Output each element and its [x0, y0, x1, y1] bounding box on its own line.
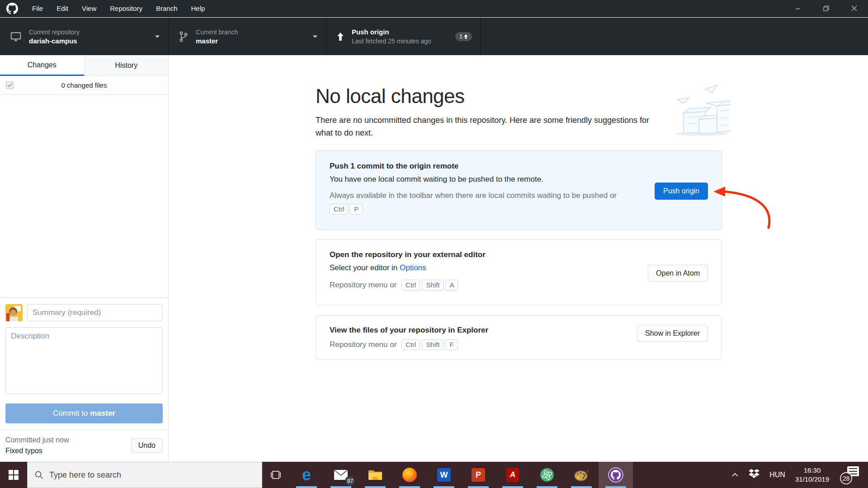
github-logo-icon: [6, 3, 18, 14]
menu-help[interactable]: Help: [184, 0, 212, 17]
editor-card-title: Open the repository in your external edi…: [330, 250, 708, 259]
menu-bar: File Edit View Repository Branch Help: [0, 0, 868, 17]
restore-button[interactable]: [812, 0, 840, 17]
windows-taskbar: Type here to search e 97 W P: [0, 462, 868, 488]
search-icon: [34, 470, 43, 479]
taskbar-paint-palette-icon[interactable]: [564, 462, 599, 488]
explorer-suggestion-card: View the files of your repository in Exp…: [316, 315, 722, 360]
menu-branch[interactable]: Branch: [149, 0, 184, 17]
mail-unread-badge: 97: [345, 476, 355, 486]
key-p: P: [350, 204, 363, 215]
push-origin-toolbar-button[interactable]: Push origin Last fetched 25 minutes ago …: [326, 18, 481, 55]
current-repository-label: Current repository: [29, 28, 80, 37]
description-input[interactable]: [5, 327, 163, 394]
undo-button[interactable]: Undo: [131, 438, 163, 453]
taskbar-word-icon[interactable]: W: [427, 462, 461, 488]
open-in-atom-button[interactable]: Open in Atom: [648, 265, 708, 282]
monitor-icon: [10, 31, 22, 42]
taskbar-search-input[interactable]: Type here to search: [27, 462, 262, 488]
close-button[interactable]: [840, 0, 868, 17]
tab-changes[interactable]: Changes: [0, 55, 84, 76]
changed-files-count: 0 changed files: [61, 81, 107, 89]
editor-suggestion-card: Open the repository in your external edi…: [316, 239, 722, 305]
github-desktop-window: File Edit View Repository Branch Help Cu…: [0, 0, 868, 488]
push-card-shortcut: CtrlP: [330, 204, 708, 215]
toolbar: Current repository dariah-campus Current…: [0, 18, 868, 55]
minimize-button[interactable]: [784, 0, 812, 17]
key-shift: Shift: [422, 280, 443, 291]
key-f: F: [445, 339, 458, 350]
tray-chevron-up-icon[interactable]: [731, 471, 739, 479]
avatar: [5, 304, 23, 321]
select-all-checkbox[interactable]: [6, 81, 14, 89]
page-title: No local changes: [316, 85, 465, 108]
push-count: 1: [459, 33, 462, 40]
main-content: No local changes There are no uncommitte…: [169, 55, 868, 462]
paper-boxes-illustration: [674, 84, 730, 139]
menu-view[interactable]: View: [75, 0, 103, 17]
task-view-button[interactable]: [262, 462, 289, 488]
push-count-badge: 1: [455, 32, 472, 41]
taskbar-file-explorer-icon[interactable]: [358, 462, 392, 488]
push-card-body: You have one local commit waiting to be …: [330, 175, 708, 184]
push-origin-button[interactable]: Push origin: [655, 183, 708, 200]
notification-count-badge: 28: [840, 472, 852, 484]
options-link[interactable]: Options: [400, 263, 426, 272]
commit-to-master-button[interactable]: Commit to master: [5, 404, 163, 423]
current-repository-dropdown[interactable]: Current repository dariah-campus: [0, 18, 169, 55]
chevron-down-icon: [312, 35, 318, 38]
taskbar-mail-icon[interactable]: 97: [324, 462, 358, 488]
taskbar-powerpoint-icon[interactable]: P: [461, 462, 495, 488]
system-tray: HUN 16:30 31/10/2019 28: [731, 462, 868, 488]
page-subtitle: There are no uncommitted changes in this…: [316, 114, 659, 139]
current-branch-label: Current branch: [196, 28, 238, 37]
key-ctrl: Ctrl: [401, 280, 420, 291]
push-card-hint: Always available in the toolbar when the…: [330, 191, 646, 200]
sidebar-tabs: Changes History: [0, 55, 168, 76]
last-commit-bar: Committed just now Fixed typos Undo: [0, 430, 168, 462]
taskbar-adobe-reader-icon[interactable]: A: [495, 462, 530, 488]
tray-clock[interactable]: 16:30 31/10/2019: [795, 466, 829, 484]
taskbar-edge-icon[interactable]: e: [289, 462, 324, 488]
window-controls: [784, 0, 868, 17]
tray-date: 31/10/2019: [795, 475, 829, 484]
search-placeholder: Type here to search: [49, 470, 121, 480]
chevron-down-icon: [155, 35, 160, 38]
taskbar-github-desktop-icon[interactable]: [599, 462, 633, 488]
key-ctrl: Ctrl: [401, 339, 420, 350]
sidebar: Changes History 0 changed files Commit t…: [0, 55, 169, 462]
tab-history[interactable]: History: [84, 55, 169, 76]
committed-status: Committed just now: [5, 435, 69, 446]
current-branch-dropdown[interactable]: Current branch master: [169, 18, 326, 55]
menu-edit[interactable]: Edit: [50, 0, 75, 17]
key-ctrl: Ctrl: [330, 204, 348, 215]
current-branch-value: master: [196, 37, 238, 46]
arrow-up-icon: [464, 34, 468, 39]
push-suggestion-card: Push 1 commit to the origin remote You h…: [316, 150, 722, 230]
menu-repository[interactable]: Repository: [103, 0, 149, 17]
summary-input[interactable]: [27, 304, 163, 321]
show-in-explorer-button[interactable]: Show in Explorer: [637, 325, 708, 342]
key-a: A: [445, 280, 458, 291]
tray-dropbox-icon[interactable]: [749, 469, 760, 481]
commit-form: Commit to master: [0, 297, 168, 423]
taskbar-atom-icon[interactable]: [530, 462, 564, 488]
push-origin-subtitle: Last fetched 25 minutes ago: [352, 37, 431, 46]
start-button[interactable]: [0, 462, 27, 488]
tray-language-indicator[interactable]: HUN: [769, 471, 785, 479]
changes-list-empty: [0, 95, 168, 297]
action-center-button[interactable]: 28: [839, 465, 860, 485]
git-branch-icon: [179, 31, 189, 42]
push-origin-title: Push origin: [352, 28, 431, 37]
menu-file[interactable]: File: [25, 0, 50, 17]
key-shift: Shift: [422, 339, 443, 350]
taskbar-firefox-icon[interactable]: [392, 462, 427, 488]
push-card-title: Push 1 commit to the origin remote: [330, 162, 708, 171]
explorer-card-hint: Repository menu or CtrlShiftF: [330, 339, 646, 350]
arrow-up-icon: [336, 32, 344, 42]
current-repository-value: dariah-campus: [29, 37, 80, 46]
editor-card-hint: Repository menu or CtrlShiftA: [330, 280, 646, 291]
tray-time: 16:30: [795, 466, 829, 475]
last-commit-message: Fixed typos: [5, 446, 69, 456]
changed-files-row: 0 changed files: [0, 76, 168, 95]
